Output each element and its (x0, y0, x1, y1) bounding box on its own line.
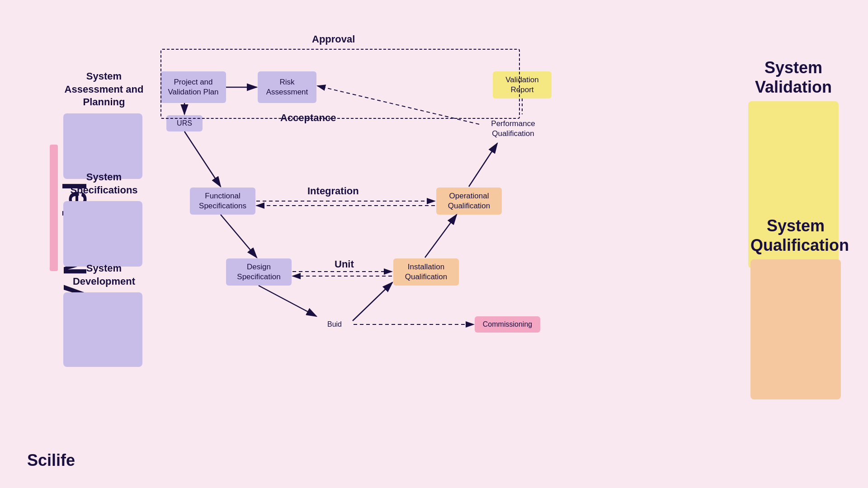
build-node: Buid (316, 316, 353, 333)
approval-label: Approval (312, 33, 355, 45)
svg-line-4 (184, 131, 221, 187)
svg-line-10 (317, 86, 479, 124)
system-validation-label: System Validation (748, 58, 839, 97)
operational-qual-node: Operational Qualification (436, 188, 502, 215)
system-qualification-box (750, 259, 841, 399)
svg-line-7 (353, 282, 392, 321)
svg-line-8 (425, 215, 457, 258)
svg-line-9 (469, 143, 497, 187)
phase-assessment: System Assessment and Planning (63, 70, 145, 179)
phase-specifications-label: System Specifications (63, 171, 145, 197)
unit-label: Unit (335, 258, 354, 270)
system-qualification-group: System Qualification (750, 216, 841, 399)
phase-specifications: System Specifications (63, 171, 145, 267)
design-spec-node: Design Specification (226, 258, 292, 286)
phase-development: System Development (63, 262, 145, 367)
phase-specifications-box (63, 201, 142, 267)
performance-qual-node: Performance Qualification (479, 115, 547, 142)
acceptance-label: Acceptance (280, 112, 336, 124)
urs-node: URS (166, 115, 203, 131)
installation-qual-node: Installation Qualification (393, 258, 459, 286)
risk-assessment-node: Risk Assessment (258, 71, 316, 103)
integration-label: Integration (307, 185, 359, 197)
scilife-label: Scilife (27, 451, 75, 470)
pink-bar (50, 145, 58, 271)
project-validation-plan-node: Project and Validation Plan (160, 71, 226, 103)
svg-line-5 (221, 215, 257, 258)
system-qualification-label: System Qualification (750, 216, 841, 255)
validation-report-node: Validation Report (493, 71, 552, 99)
phase-assessment-label: System Assessment and Planning (63, 70, 145, 109)
svg-line-6 (259, 286, 316, 316)
functional-specs-node: Functional Specifications (190, 188, 255, 215)
phase-assessment-box (63, 113, 142, 179)
commissioning-node: Commissioning (475, 316, 540, 333)
phase-development-label: System Development (63, 262, 145, 288)
phase-development-box (63, 292, 142, 367)
